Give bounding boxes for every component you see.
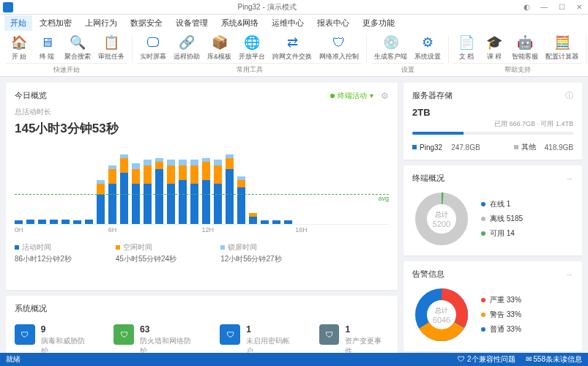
close-icon[interactable]: ✕ — [573, 3, 585, 11]
ribbon-审批任务[interactable]: 📋审批任务 — [95, 32, 127, 63]
total-label: 总活动时长 — [15, 107, 389, 117]
chart-bar — [85, 220, 93, 224]
maximize-icon[interactable]: ☐ — [556, 3, 567, 11]
sys-item[interactable]: 🛡1资产变更事件 — [319, 324, 389, 356]
ribbon-智能客服[interactable]: 🤖智能客服 — [509, 32, 541, 63]
chart-bar — [155, 158, 163, 224]
chart-bar — [167, 160, 175, 224]
terminal-donut: 总计5200 — [412, 190, 471, 248]
chart-bar — [97, 180, 105, 224]
ribbon-icon: 🧮 — [554, 34, 571, 51]
ribbon-icon: 🎓 — [485, 34, 503, 51]
ribbon-icon: 🖥 — [38, 34, 56, 51]
ribbon-icon: 📄 — [458, 34, 475, 51]
ribbon-开放平台[interactable]: 🌐开放平台 — [236, 32, 268, 63]
menu-data-sec[interactable]: 数据安全 — [124, 15, 168, 31]
legend-item: 锁屏时间12小时56分钟27秒 — [220, 242, 281, 264]
chart-bar — [190, 160, 198, 224]
chart-bar — [284, 220, 292, 224]
menu-report[interactable]: 报表中心 — [311, 15, 355, 31]
window-title: Ping32 - 演示模式 — [13, 2, 521, 12]
storage-bar — [412, 132, 573, 135]
donut-legend-row: 在线 1 — [481, 199, 523, 209]
ribbon-icon: 💿 — [382, 34, 400, 51]
sys-icon: 🛡 — [319, 324, 340, 345]
gear-icon[interactable]: ⚙ — [381, 91, 389, 101]
app-logo-icon — [3, 2, 13, 12]
ribbon-icon: 🔗 — [178, 34, 196, 51]
ribbon-配置计算器[interactable]: 🧮配置计算器 — [543, 32, 581, 63]
minimize-icon[interactable]: — — [538, 3, 550, 11]
storage-used: 已用 666.7GB — [494, 120, 535, 127]
alert-title: 告警信息 — [412, 269, 444, 280]
ribbon-终 端[interactable]: 🖥终 端 — [34, 32, 60, 63]
storage-title: 服务器存储 — [412, 90, 453, 101]
chart-bar — [202, 158, 210, 224]
chart-bar — [179, 160, 187, 224]
storage-legend-item: 其他418.9GB — [514, 142, 573, 152]
ribbon-icon: 🤖 — [516, 34, 534, 51]
menu-sys-net[interactable]: 系统&网络 — [215, 15, 264, 31]
ribbon-远程协助[interactable]: 🔗远程协助 — [171, 32, 203, 63]
status-compat[interactable]: 🛡 2个兼容性问题 — [458, 354, 515, 365]
arrow-right-icon[interactable]: → — [565, 174, 573, 183]
chart-bar — [214, 160, 222, 224]
chart-bar — [73, 220, 81, 224]
storage-card: 服务器存储ⓘ 2TB 已用 666.7GB · 可用 1.4TB Ping322… — [403, 83, 582, 160]
menu-bar: 开始 文档加密 上网行为 数据安全 设备管理 系统&网络 运维中心 报表中心 更… — [0, 15, 588, 31]
chart-bar — [120, 154, 128, 224]
chart-bar — [226, 154, 234, 224]
activity-pill[interactable]: 终端活动 ▾ — [330, 91, 373, 101]
ribbon-文 档[interactable]: 📄文 档 — [453, 32, 480, 63]
donut-legend-row: 普通 33% — [481, 324, 521, 335]
menu-start[interactable]: 开始 — [4, 15, 32, 31]
donut-legend-row: 可用 14 — [481, 228, 523, 239]
ribbon-实时屏幕[interactable]: 🖵实时屏幕 — [137, 32, 169, 63]
donut-legend-row: 严重 33% — [481, 295, 521, 305]
ribbon-icon: 🔍 — [69, 34, 86, 51]
menu-doc-encrypt[interactable]: 文档加密 — [34, 15, 78, 31]
alert-card: 告警信息→ 总计6046 严重 33%警告 33%普通 33% — [403, 261, 582, 351]
alert-donut: 总计6046 — [412, 285, 471, 344]
terminal-card: 终端概况→ 总计5200 在线 1离线 5185可用 14 — [403, 165, 582, 255]
ribbon-系统设置[interactable]: ⚙系统设置 — [412, 32, 444, 63]
chart-bar — [15, 220, 23, 224]
ribbon-开 始[interactable]: 🏠开 始 — [6, 32, 32, 63]
ribbon-icon: 🌐 — [243, 34, 261, 51]
donut-legend-row: 离线 5185 — [481, 214, 523, 224]
sys-icon: 🛡 — [113, 324, 134, 345]
ribbon-课 程[interactable]: 🎓课 程 — [481, 32, 507, 63]
chart-bar — [144, 160, 152, 224]
info-icon[interactable]: ⓘ — [565, 90, 573, 101]
ribbon-跨网文件交换[interactable]: ⇄跨网文件交换 — [269, 32, 315, 63]
sys-item[interactable]: 🛡63防火墙和网络防护 — [113, 324, 198, 356]
chart-bar — [50, 220, 58, 224]
moon-icon[interactable]: ◐ — [521, 3, 532, 11]
storage-legend-item: Ping32247.8GB — [412, 142, 480, 152]
sys-item[interactable]: 🛡9病毒和威胁防护 — [15, 324, 92, 356]
chart-bar — [26, 220, 34, 224]
menu-device[interactable]: 设备管理 — [170, 15, 214, 31]
ribbon-icon: 🖵 — [144, 34, 162, 51]
ribbon-聚合搜索[interactable]: 🔍聚合搜索 — [62, 32, 94, 63]
chart-bar — [249, 213, 257, 224]
chart-legend: 活动时间86小时12分钟2秒空闲时间45小时55分钟24秒锁屏时间12小时56分… — [15, 242, 389, 264]
ribbon-库&模板[interactable]: 📦库&模板 — [204, 32, 234, 63]
ribbon-生成客户端[interactable]: 💿生成客户端 — [371, 32, 410, 63]
menu-web[interactable]: 上网行为 — [79, 15, 123, 31]
status-unread[interactable]: ✉ 558条未读信息 — [526, 354, 582, 365]
arrow-right-icon[interactable]: → — [565, 270, 573, 279]
status-bar: 就绪 🛡 2个兼容性问题 ✉ 558条未读信息 — [0, 353, 588, 366]
chart-bar — [62, 220, 70, 224]
legend-item: 活动时间86小时12分钟2秒 — [15, 242, 72, 264]
ribbon-网络准入控制[interactable]: 🛡网络准入控制 — [316, 32, 362, 63]
sys-item[interactable]: 🛡1未启用密码帐户 — [220, 324, 297, 356]
activity-chart: avg — [15, 144, 389, 225]
today-card: 今日概览 终端活动 ▾ ⚙ 总活动时长 145小时3分钟53秒 avg 0H6H… — [6, 83, 398, 290]
legend-item: 空闲时间45小时55分钟24秒 — [116, 242, 176, 264]
menu-more[interactable]: 更多功能 — [357, 15, 401, 31]
ribbon-icon: 📦 — [211, 34, 228, 51]
ribbon-icon: 🛡 — [330, 34, 348, 51]
menu-ops[interactable]: 运维中心 — [266, 15, 310, 31]
storage-free: 可用 1.4TB — [540, 120, 573, 127]
